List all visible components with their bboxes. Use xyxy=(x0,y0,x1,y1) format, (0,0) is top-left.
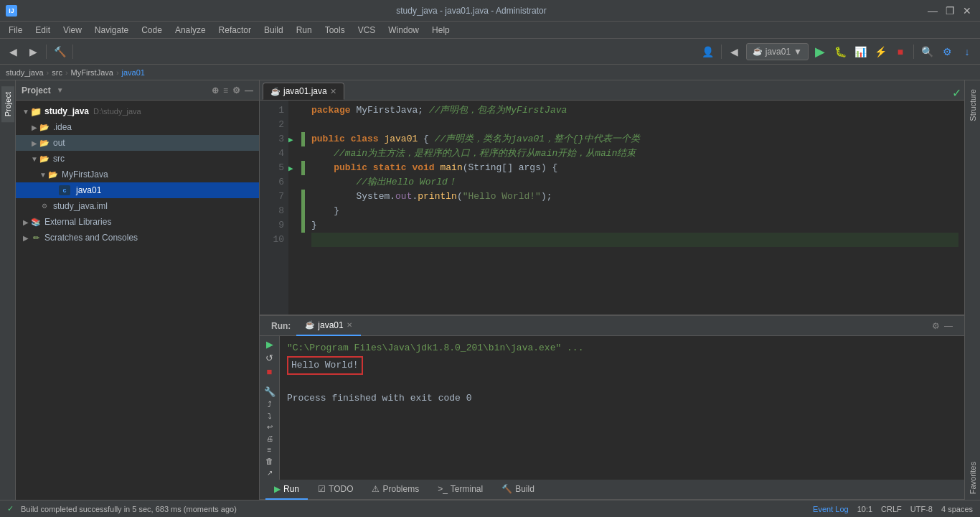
run-button[interactable]: ▶ xyxy=(811,43,829,60)
search-everywhere-button[interactable]: 🔍 xyxy=(918,43,936,60)
tree-item-out[interactable]: ▶ 📂 out xyxy=(16,135,259,151)
structure-side-tab[interactable]: Structure xyxy=(966,83,979,127)
cov-5 xyxy=(301,161,305,175)
back-button[interactable]: ◀ xyxy=(4,43,22,60)
tree-item-external-libs[interactable]: ▶ 📚 External Libraries xyxy=(16,214,259,230)
panel-settings-icon[interactable]: ⚙ xyxy=(232,85,240,96)
profile-button[interactable]: ⚡ xyxy=(872,43,889,60)
menu-item-edit[interactable]: Edit xyxy=(29,24,56,37)
tree-item-scratches[interactable]: ▶ ✏ Scratches and Consoles xyxy=(16,230,259,246)
todo-nav-tab[interactable]: ☑ TODO xyxy=(309,480,362,500)
bottom-close-icon[interactable]: — xyxy=(944,321,953,331)
tree-item-myfirstjava[interactable]: ▼ 📂 MyFirstJava xyxy=(16,167,259,182)
menu-item-window[interactable]: Window xyxy=(382,24,425,37)
run-tab[interactable]: ☕ java01 ✕ xyxy=(296,316,360,336)
tree-item-study-java-iml[interactable]: ▶ ⚙ study_java.iml xyxy=(16,198,259,214)
bottom-tabs: Run: ☕ java01 ✕ ⚙ — xyxy=(260,316,964,336)
event-log-label[interactable]: Event Log xyxy=(813,505,849,513)
line-num-3: 3 xyxy=(260,132,284,146)
run-nav-tab[interactable]: ▶ Run xyxy=(265,480,308,500)
tab-close-button[interactable]: ✕ xyxy=(330,87,336,96)
run-left-sidebar: ▶ ↺ ■ 🔧 ⤴ ⤵ ↩ 🖨 ≡ 🗑 ↗ xyxy=(260,336,280,480)
menu-item-tools[interactable]: Tools xyxy=(319,24,351,37)
run-marker-10 xyxy=(288,233,301,247)
project-panel-dropdown-icon[interactable]: ▼ xyxy=(57,86,64,94)
run-config-dropdown[interactable]: ☕ java01 ▼ xyxy=(746,43,809,60)
toolbar-separator-1 xyxy=(46,45,47,59)
tree-item-idea[interactable]: ▶ 📂 .idea xyxy=(16,119,259,135)
code-line-6: //输出Hello World！ xyxy=(311,175,958,190)
line-num-8: 8 xyxy=(260,204,284,218)
menu-item-analyze[interactable]: Analyze xyxy=(169,24,212,37)
menu-item-vcs[interactable]: VCS xyxy=(352,24,382,37)
menu-item-file[interactable]: File xyxy=(3,24,28,37)
menu-item-view[interactable]: View xyxy=(57,24,88,37)
build-nav-tab[interactable]: 🔨 Build xyxy=(493,480,543,500)
stop-run-button[interactable]: ■ xyxy=(263,366,277,377)
tree-label-myfirstjava: MyFirstJava xyxy=(62,169,108,180)
scroll-bottom-button[interactable]: ⤵ xyxy=(263,411,277,420)
menu-item-refactor[interactable]: Refactor xyxy=(213,24,257,37)
todo-nav-icon: ☑ xyxy=(318,484,326,494)
wrench-button[interactable]: 🔧 xyxy=(263,386,277,397)
main-row: Project Project ▼ ⊕ ≡ ⚙ — ▼ 📁 xyxy=(0,80,980,500)
nav-back-button[interactable]: ◀ xyxy=(726,43,743,60)
code-body[interactable]: package MyFirstJava; //声明包，包名为MyFirstJav… xyxy=(306,101,964,315)
tree-item-src[interactable]: ▼ 📂 src xyxy=(16,151,259,167)
filter-button[interactable]: ≡ xyxy=(263,445,277,454)
menu-item-build[interactable]: Build xyxy=(258,24,289,37)
export-button[interactable]: ↗ xyxy=(263,468,277,477)
bottom-settings-icon[interactable]: ⚙ xyxy=(932,321,940,331)
debug-button[interactable]: 🐛 xyxy=(831,43,849,60)
breadcrumb-sep-3: › xyxy=(116,68,119,77)
scroll-top-button[interactable]: ⤴ xyxy=(263,400,277,409)
check-mark-icon[interactable]: ✓ xyxy=(952,86,961,100)
line-num-7: 7 xyxy=(260,190,284,204)
favorites-side-tab[interactable]: Favorites xyxy=(966,456,979,500)
menu-item-help[interactable]: Help xyxy=(426,24,456,37)
close-button[interactable]: ✕ xyxy=(960,5,974,17)
rerun-button[interactable]: ↺ xyxy=(263,353,277,363)
menu-item-navigate[interactable]: Navigate xyxy=(89,24,134,37)
run-tab-close[interactable]: ✕ xyxy=(347,321,352,329)
wrap-button[interactable]: ↩ xyxy=(263,423,277,432)
menu-item-run[interactable]: Run xyxy=(291,24,318,37)
forward-button[interactable]: ▶ xyxy=(24,43,42,60)
coverage-button[interactable]: 📊 xyxy=(852,43,869,60)
settings-button[interactable]: ⚙ xyxy=(938,43,956,60)
run-marker-4 xyxy=(288,146,301,161)
tree-item-java01[interactable]: ▶ c java01 xyxy=(16,182,259,198)
panel-close-icon[interactable]: — xyxy=(245,85,253,96)
todo-nav-label: TODO xyxy=(329,484,353,494)
collapse-all-icon[interactable]: ≡ xyxy=(223,85,228,96)
run-again-button[interactable]: ▶ xyxy=(263,339,277,350)
print-button[interactable]: 🖨 xyxy=(263,434,277,443)
add-icon[interactable]: ⊕ xyxy=(212,85,219,96)
run-marker-3[interactable]: ▶ xyxy=(288,132,301,146)
run-process-done-line: Process finished with exit code 0 xyxy=(287,391,957,406)
java-icon-java01: c xyxy=(59,185,70,195)
run-marker-5[interactable]: ▶ xyxy=(288,161,301,175)
build-project-button[interactable]: 🔨 xyxy=(51,43,68,60)
breadcrumb-part-2[interactable]: src xyxy=(52,68,62,77)
minimize-button[interactable]: — xyxy=(925,5,940,17)
problems-nav-tab[interactable]: ⚠ Problems xyxy=(363,480,428,500)
line-num-9: 9 xyxy=(260,218,284,233)
editor-tab-java01[interactable]: ☕ java01.java ✕ xyxy=(263,83,344,100)
project-side-tab[interactable]: Project xyxy=(1,86,14,122)
maximize-button[interactable]: ❐ xyxy=(943,5,957,17)
tree-item-study-java[interactable]: ▼ 📁 study_java D:\study_java xyxy=(16,103,259,119)
status-message: Build completed successfully in 5 sec, 6… xyxy=(21,505,237,513)
terminal-nav-tab[interactable]: >_ Terminal xyxy=(429,480,491,500)
breadcrumb-part-3[interactable]: MyFirstJava xyxy=(71,68,113,77)
stop-button[interactable]: ■ xyxy=(892,43,909,60)
update-button[interactable]: ↓ xyxy=(958,43,976,60)
breadcrumb-part-4[interactable]: java01 xyxy=(122,68,145,77)
user-avatar-button[interactable]: 👤 xyxy=(699,43,717,60)
title-bar-left: IJ xyxy=(6,5,17,17)
trash-button[interactable]: 🗑 xyxy=(263,457,277,465)
toolbar-separator-4 xyxy=(913,45,914,59)
menu-item-code[interactable]: Code xyxy=(136,24,168,37)
breadcrumb-part-1[interactable]: study_java xyxy=(6,68,44,77)
build-nav-label: Build xyxy=(515,484,534,494)
